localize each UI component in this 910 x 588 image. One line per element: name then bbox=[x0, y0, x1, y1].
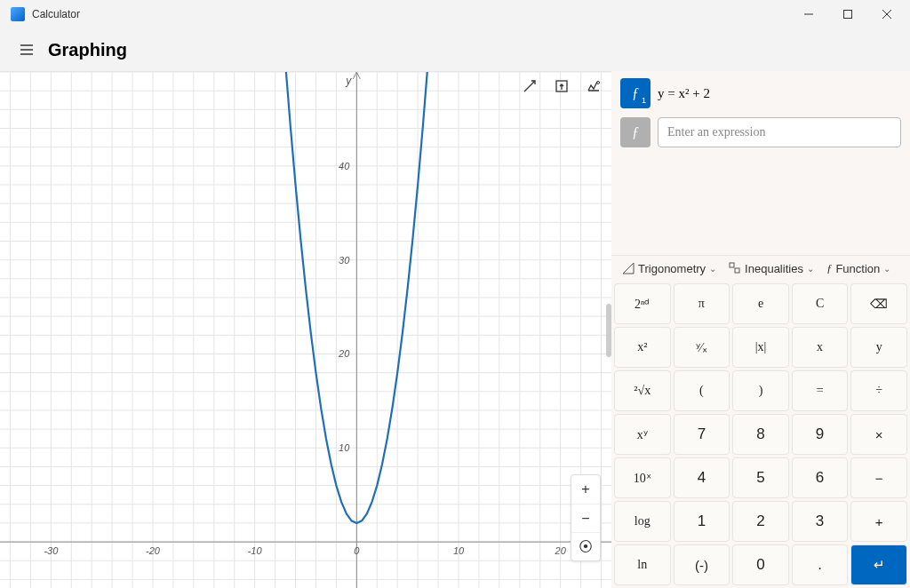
key-x[interactable]: ²√x bbox=[614, 370, 671, 411]
graph-canvas[interactable]: -30-20-100102010203040y + − ⦿ bbox=[0, 71, 611, 588]
key-[interactable]: ⌫ bbox=[850, 283, 907, 324]
svg-text:-10: -10 bbox=[248, 545, 263, 556]
inequalities-label: Inequalities bbox=[745, 262, 803, 275]
svg-text:10: 10 bbox=[339, 442, 350, 453]
svg-text:10: 10 bbox=[453, 545, 465, 556]
key-4[interactable]: 4 bbox=[674, 457, 730, 498]
key-[interactable]: π bbox=[674, 283, 730, 324]
key-x[interactable]: x bbox=[792, 327, 849, 368]
svg-text:20: 20 bbox=[338, 348, 350, 359]
key-x[interactable]: |x| bbox=[732, 327, 789, 368]
key-[interactable]: . bbox=[792, 544, 849, 585]
key-[interactable]: ʸ⁄ₓ bbox=[674, 327, 730, 368]
maximize-button[interactable] bbox=[828, 0, 867, 28]
key-[interactable]: × bbox=[850, 414, 907, 455]
trace-icon[interactable] bbox=[521, 77, 539, 95]
svg-text:20: 20 bbox=[555, 545, 567, 556]
key-0[interactable]: 0 bbox=[732, 544, 789, 585]
inequalities-dropdown[interactable]: Inequalities ⌄ bbox=[729, 262, 814, 275]
menu-button[interactable] bbox=[9, 32, 44, 68]
function-label: Function bbox=[835, 262, 880, 275]
key-10[interactable]: 10ˣ bbox=[614, 457, 671, 498]
key-9[interactable]: 9 bbox=[792, 414, 849, 455]
svg-point-73 bbox=[597, 82, 600, 84]
key-[interactable]: ÷ bbox=[850, 370, 907, 411]
key-[interactable]: ) bbox=[732, 370, 789, 411]
key-2[interactable]: 2 bbox=[732, 501, 789, 542]
app-title: Calculator bbox=[32, 8, 80, 20]
svg-text:0: 0 bbox=[354, 545, 360, 556]
function-row-1[interactable]: ƒ1 y = x² + 2 bbox=[620, 78, 901, 108]
function-expression-1: y = x² + 2 bbox=[658, 78, 710, 108]
share-icon[interactable] bbox=[553, 77, 571, 95]
chevron-down-icon: ⌄ bbox=[883, 264, 890, 274]
svg-text:30: 30 bbox=[339, 255, 350, 266]
chevron-down-icon: ⌄ bbox=[807, 264, 814, 274]
key-[interactable]: = bbox=[792, 370, 849, 411]
key-5[interactable]: 5 bbox=[732, 457, 789, 498]
key-3[interactable]: 3 bbox=[792, 501, 849, 542]
svg-rect-74 bbox=[730, 263, 734, 267]
key-8[interactable]: 8 bbox=[732, 414, 789, 455]
expression-input[interactable] bbox=[658, 117, 901, 147]
chevron-down-icon: ⌄ bbox=[709, 264, 716, 274]
zoom-fit-button[interactable]: ⦿ bbox=[571, 532, 600, 560]
svg-text:40: 40 bbox=[339, 161, 350, 171]
svg-text:-20: -20 bbox=[146, 545, 161, 556]
function-dropdown[interactable]: ƒ Function ⌄ bbox=[826, 261, 890, 275]
svg-rect-0 bbox=[844, 11, 852, 19]
minimize-button[interactable] bbox=[789, 0, 828, 28]
key-1[interactable]: 1 bbox=[674, 501, 730, 542]
svg-rect-75 bbox=[735, 268, 739, 273]
key-c[interactable]: C bbox=[792, 283, 849, 324]
zoom-out-button[interactable]: − bbox=[571, 504, 600, 532]
function-badge-1: ƒ1 bbox=[620, 78, 651, 108]
key-x[interactable]: xʸ bbox=[614, 414, 671, 455]
key-[interactable]: ( bbox=[674, 370, 730, 411]
trigonometry-label: Trigonometry bbox=[638, 262, 706, 275]
graph-options-icon[interactable] bbox=[585, 77, 603, 95]
key-7[interactable]: 7 bbox=[674, 414, 730, 455]
function-row-new[interactable]: ƒ bbox=[620, 117, 901, 147]
app-icon bbox=[11, 7, 25, 21]
key-y[interactable]: y bbox=[850, 327, 907, 368]
key-log[interactable]: log bbox=[614, 501, 671, 542]
close-button[interactable] bbox=[867, 0, 906, 28]
svg-text:y: y bbox=[345, 75, 352, 87]
key-e[interactable]: e bbox=[732, 283, 789, 324]
key-x[interactable]: x² bbox=[614, 327, 671, 368]
key-[interactable]: (-) bbox=[674, 544, 730, 585]
trigonometry-dropdown[interactable]: Trigonometry ⌄ bbox=[622, 262, 716, 275]
function-badge-new: ƒ bbox=[620, 117, 651, 147]
key-ln[interactable]: ln bbox=[614, 544, 671, 585]
mode-title: Graphing bbox=[48, 40, 127, 60]
zoom-in-button[interactable]: + bbox=[571, 475, 600, 504]
key-2[interactable]: 2ⁿᵈ bbox=[614, 283, 671, 324]
key-[interactable]: − bbox=[850, 457, 907, 498]
key-6[interactable]: 6 bbox=[792, 457, 849, 498]
key-[interactable]: + bbox=[850, 501, 907, 542]
key-[interactable]: ↵ bbox=[850, 544, 907, 585]
scroll-indicator bbox=[606, 304, 611, 357]
svg-text:-30: -30 bbox=[44, 545, 59, 556]
